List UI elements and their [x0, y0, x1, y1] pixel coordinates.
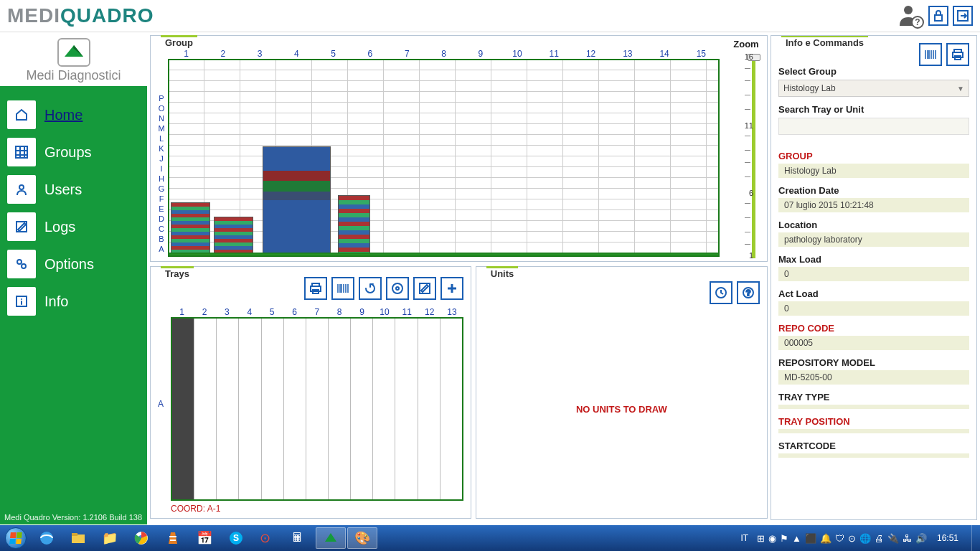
- user-icon: [7, 175, 36, 204]
- brand-logo: MEDIQUADRO: [7, 4, 154, 27]
- repocode-value: 000005: [778, 336, 969, 350]
- tray-icon[interactable]: ⬛: [805, 533, 816, 544]
- nav-groups[interactable]: Groups: [7, 138, 140, 166]
- taskbar-calc-icon[interactable]: 🖩: [284, 527, 314, 549]
- trays-panel-title: Trays: [161, 266, 194, 279]
- svg-point-6: [19, 185, 24, 189]
- print-button[interactable]: [304, 277, 327, 300]
- zoom-slider[interactable]: 16 11 6 1: [732, 54, 760, 258]
- sidebar: Medi Diagnostici Home Groups Users Logs …: [0, 32, 147, 524]
- location-value: pathology laboratory: [778, 232, 969, 247]
- barcode-button[interactable]: [331, 277, 354, 300]
- barcode-button[interactable]: [919, 43, 942, 66]
- nav-options[interactable]: Options: [7, 250, 140, 278]
- svg-point-8: [17, 260, 22, 264]
- tray-flag-icon[interactable]: ⚑: [780, 533, 788, 544]
- trays-grid[interactable]: [171, 317, 463, 501]
- repository-icon[interactable]: [338, 195, 370, 254]
- svg-point-15: [396, 287, 399, 290]
- repository-icon[interactable]: [214, 217, 253, 254]
- info-panel: Info e Commands Select Group Histology L…: [771, 35, 977, 520]
- group-panel: Group PONM LKJI HGFE DCBA 12345 678910 1…: [150, 35, 768, 262]
- windows-taskbar: 📁 📅 S ⊙ 🖩 🎨 IT ⊞ ◉ ⚑ ▲ ⬛ 🔔 🛡 ⊙ 🌐 🖨 🔌 🖧 🔊…: [0, 525, 980, 551]
- group-grid[interactable]: [168, 59, 720, 257]
- tray-icon[interactable]: ⊙: [848, 533, 856, 544]
- creation-date-value: 07 luglio 2015 10:21:48: [778, 198, 969, 212]
- tray-icon[interactable]: 🛡: [835, 533, 844, 544]
- system-tray: IT ⊞ ◉ ⚑ ▲ ⬛ 🔔 🛡 ⊙ 🌐 🖨 🔌 🖧 🔊 16:51: [736, 533, 971, 544]
- export-button[interactable]: [359, 277, 382, 300]
- exit-button[interactable]: [953, 6, 973, 26]
- group-header: GROUP: [778, 151, 969, 161]
- start-button[interactable]: [0, 525, 32, 551]
- tray-icon[interactable]: ◉: [768, 533, 776, 544]
- taskbar-app-icon[interactable]: ⊙: [253, 527, 283, 549]
- tray-icon[interactable]: ⊞: [757, 533, 765, 544]
- tray-volume-icon[interactable]: 🔊: [915, 533, 927, 544]
- taskbar-mediquadro-icon[interactable]: [316, 527, 346, 549]
- taskbar-calendar-icon[interactable]: 📅: [189, 527, 220, 549]
- tray-icon[interactable]: 🔔: [820, 533, 831, 544]
- svg-rect-25: [72, 533, 77, 536]
- taskbar-skype-icon[interactable]: S: [221, 527, 251, 549]
- nav-users[interactable]: Users: [7, 175, 140, 204]
- company-logo: Medi Diagnostici: [0, 32, 147, 86]
- version-label: Medi Quadro Version: 1.2106 Build 138: [4, 513, 142, 522]
- taskbar-app-icon[interactable]: 📁: [95, 527, 125, 549]
- print-button[interactable]: [946, 43, 969, 66]
- zoom-control: Zoom 16 11 6 1: [724, 36, 767, 261]
- help-button[interactable]: ?: [737, 281, 760, 304]
- chevron-down-icon: ▼: [957, 85, 964, 93]
- units-panel: Units ? NO UNITS TO DRAW: [476, 266, 768, 519]
- grid-icon: [7, 138, 36, 166]
- search-input[interactable]: [778, 118, 969, 135]
- creation-date-label: Creation Date: [778, 185, 969, 196]
- tray-icon[interactable]: 🌐: [859, 533, 871, 544]
- taskbar-ie-icon[interactable]: [32, 527, 62, 549]
- tray-icon[interactable]: 🖨: [875, 533, 884, 544]
- edit-button[interactable]: [413, 277, 436, 300]
- svg-point-0: [904, 6, 913, 14]
- group-col-labels: 12345 678910 1112131415: [168, 49, 720, 59]
- select-group-dropdown[interactable]: Histology Lab▼: [778, 80, 969, 97]
- svg-rect-28: [169, 536, 176, 537]
- repository-icon[interactable]: [171, 202, 210, 254]
- repository-icon[interactable]: [263, 146, 331, 254]
- lock-button[interactable]: [928, 6, 948, 26]
- taskbar-clock[interactable]: 16:51: [931, 533, 964, 543]
- svg-point-9: [22, 264, 26, 268]
- traytype-label: TRAY TYPE: [778, 392, 969, 402]
- tray-network-icon[interactable]: 🖧: [903, 533, 912, 544]
- tray-icon[interactable]: ▲: [792, 533, 801, 544]
- svg-point-14: [392, 283, 402, 293]
- svg-text:?: ?: [746, 288, 751, 297]
- units-panel-title: Units: [486, 266, 519, 279]
- actload-value: 0: [778, 301, 969, 316]
- language-indicator[interactable]: IT: [736, 533, 753, 543]
- repomodel-label: REPOSITORY MODEL: [778, 357, 969, 368]
- disk-button[interactable]: [386, 277, 409, 300]
- select-group-label: Select Group: [778, 66, 969, 77]
- add-button[interactable]: [440, 277, 463, 300]
- nav-info[interactable]: Info: [7, 287, 140, 316]
- user-help-icon[interactable]: ?: [898, 3, 924, 29]
- taskbar-vlc-icon[interactable]: [158, 527, 188, 549]
- clock-button[interactable]: [710, 281, 732, 304]
- traypos-label: TRAY POSITION: [778, 416, 969, 427]
- traytype-value: [778, 405, 969, 409]
- show-desktop-button[interactable]: [971, 525, 980, 551]
- units-empty-message: NO UNITS TO DRAW: [484, 304, 760, 514]
- repomodel-value: MD-5205-00: [778, 370, 969, 385]
- svg-rect-5: [16, 146, 27, 158]
- group-row-labels: PONM LKJI HGFE DCBA: [155, 49, 168, 257]
- taskbar-paint-icon[interactable]: 🎨: [347, 527, 377, 549]
- nav-home[interactable]: Home: [7, 100, 140, 129]
- group-value: Histology Lab: [778, 164, 969, 178]
- gears-icon: [7, 250, 36, 278]
- location-label: Location: [778, 220, 969, 230]
- tray-power-icon[interactable]: 🔌: [887, 533, 899, 544]
- taskbar-chrome-icon[interactable]: [126, 527, 156, 549]
- taskbar-explorer-icon[interactable]: [63, 527, 93, 549]
- nav-logs[interactable]: Logs: [7, 212, 140, 241]
- startcode-label: STARTCODE: [778, 441, 969, 451]
